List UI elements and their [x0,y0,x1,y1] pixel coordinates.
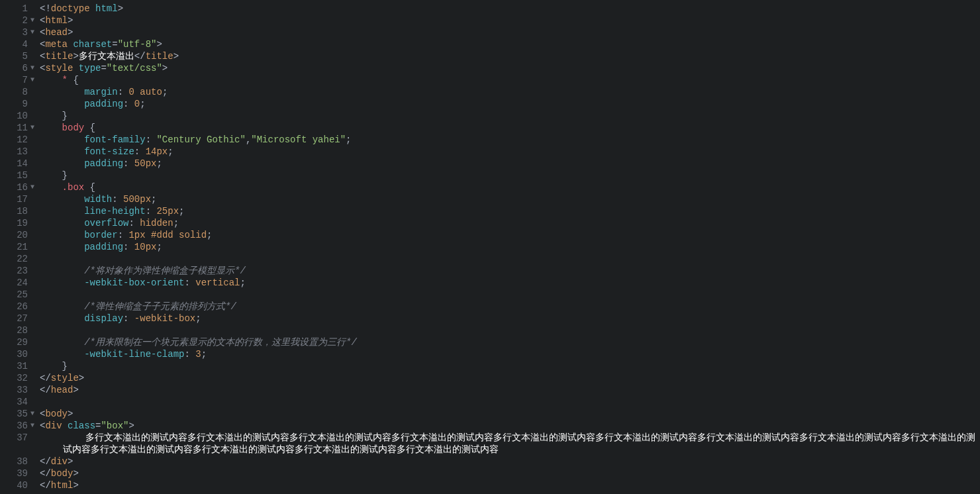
token: padding [84,242,123,252]
code-line[interactable]: -webkit-line-clamp: 3; [40,348,980,360]
fold-marker [30,384,34,396]
token: </ [40,480,51,491]
code-line[interactable]: </head> [40,384,980,396]
token [173,230,179,240]
code-line[interactable]: /*将对象作为弹性伸缩盒子模型显示*/ [40,265,980,277]
code-line[interactable] [40,289,980,301]
token: class [68,420,95,431]
fold-marker[interactable]: ▼ [30,181,34,193]
token: html [95,3,118,14]
code-line[interactable]: border: 1px #ddd solid; [40,229,980,241]
code-line[interactable]: width: 500px; [40,193,980,205]
code-line[interactable]: display: -webkit-box; [40,313,980,324]
token: head [51,385,74,395]
line-number: 3▼ [0,26,34,38]
fold-marker[interactable]: ▼ [30,74,34,86]
code-line[interactable]: </body> [40,468,980,479]
code-line[interactable]: } [40,170,980,181]
token: ; [346,134,351,145]
token: : [146,206,157,217]
fold-marker [30,229,34,241]
code-line[interactable]: </style> [40,372,980,384]
code-line[interactable]: /*弹性伸缩盒子子元素的排列方式*/ [40,301,980,313]
fold-marker[interactable]: ▼ [30,26,34,38]
fold-marker [30,313,34,324]
fold-marker[interactable]: ▼ [30,420,34,432]
code-area[interactable]: <!doctype html><html><head><meta charset… [40,0,980,494]
token: -webkit-box [134,313,195,324]
code-line[interactable]: font-size: 14px; [40,146,980,158]
token [62,420,68,431]
code-line[interactable]: * { [40,74,980,86]
token: : [123,158,134,169]
code-line[interactable]: padding: 0; [40,98,980,110]
code-line[interactable]: <head> [40,26,980,38]
code-line[interactable]: body { [40,122,980,134]
token: padding [84,158,123,169]
code-line[interactable]: .box { [40,181,980,193]
code-line[interactable]: <meta charset="utf-8"> [40,38,980,50]
token: html [45,15,68,26]
fold-marker [30,360,34,372]
token: padding [84,99,123,109]
code-line[interactable]: </html> [40,479,980,491]
fold-marker [30,253,34,265]
token: : [184,349,195,360]
code-line[interactable]: -webkit-box-orient: vertical; [40,277,980,289]
token: solid [179,230,207,240]
code-line[interactable]: <!doctype html> [40,3,980,15]
token: > [68,456,73,467]
token: font-size [84,146,134,157]
token: ; [207,230,212,240]
code-line[interactable]: padding: 50px; [40,158,980,170]
token: } [62,361,68,371]
token: > [68,27,73,38]
code-line[interactable]: <html> [40,15,980,26]
token: ; [168,146,173,157]
fold-marker[interactable]: ▼ [30,15,34,26]
line-number: 37 [0,432,34,456]
line-number: 31 [0,360,34,372]
fold-marker[interactable]: ▼ [30,62,34,74]
fold-marker [30,479,34,491]
line-number: 26 [0,301,34,313]
token: .box [62,182,85,193]
token: * [62,75,68,85]
code-line[interactable]: padding: 10px; [40,241,980,253]
fold-marker [30,170,34,181]
token: style [51,373,79,383]
code-line[interactable]: <body> [40,408,980,420]
code-line[interactable]: </div> [40,456,980,468]
token: vertical [195,277,240,288]
fold-marker[interactable]: ▼ [30,408,34,420]
token: = [101,63,106,74]
token: 10px [134,242,157,252]
code-line[interactable]: 多行文本溢出的测试内容多行文本溢出的测试内容多行文本溢出的测试内容多行文本溢出的… [40,432,980,456]
code-line[interactable]: margin: 0 auto; [40,86,980,98]
code-line[interactable]: /*用来限制在一个块元素显示的文本的行数，这里我设置为三行*/ [40,336,980,348]
code-line[interactable]: <div class="box"> [40,420,980,432]
code-line[interactable]: <style type="text/css"> [40,62,980,74]
token: /*将对象作为弹性伸缩盒子模型显示*/ [84,266,246,276]
line-number: 36▼ [0,420,34,432]
code-editor[interactable]: 1 2▼3▼4 5 6▼7▼8 9 10 11▼12 13 14 15 16▼1… [0,0,980,494]
code-line[interactable]: line-height: 25px; [40,205,980,217]
token [90,3,95,14]
code-line[interactable]: overflow: hidden; [40,217,980,229]
token: ; [179,206,184,217]
token: 50px [134,158,157,169]
code-line[interactable] [40,253,980,265]
code-line[interactable]: } [40,110,980,122]
code-line[interactable] [40,396,980,408]
token: > [73,480,78,491]
code-line[interactable]: <title>多行文本溢出</title> [40,50,980,62]
token: html [51,480,74,491]
token: 3 [195,349,201,360]
fold-marker [30,396,34,408]
code-line[interactable]: } [40,360,980,372]
code-line[interactable] [40,324,980,336]
code-line[interactable]: font-family: "Century Gothic","Microsoft… [40,134,980,146]
fold-marker[interactable]: ▼ [30,122,34,134]
token: head [45,27,68,38]
fold-marker [30,289,34,301]
